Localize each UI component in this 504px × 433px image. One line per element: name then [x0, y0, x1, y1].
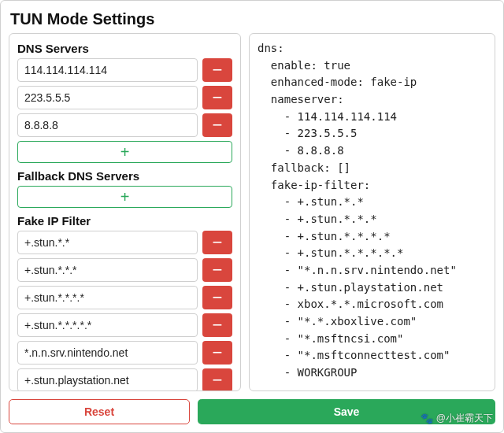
dns-server-input[interactable] — [17, 86, 198, 109]
add-fallback-dns-button[interactable]: + — [17, 186, 232, 208]
remove-button[interactable]: − — [202, 286, 232, 309]
yaml-preview[interactable]: dns: enable: true enhanced-mode: fake-ip… — [249, 33, 495, 391]
remove-button[interactable]: − — [202, 313, 232, 337]
minus-icon: − — [213, 261, 223, 279]
fake-ip-input[interactable] — [17, 368, 198, 391]
minus-icon: − — [213, 61, 223, 79]
fake-ip-input[interactable] — [17, 313, 198, 337]
page-title: TUN Mode Settings — [9, 7, 495, 33]
remove-button[interactable]: − — [202, 231, 232, 254]
fake-ip-input[interactable] — [17, 286, 198, 309]
fake-ip-row: − — [17, 368, 232, 391]
remove-button[interactable]: − — [202, 258, 232, 282]
remove-button[interactable]: − — [202, 113, 232, 137]
remove-button[interactable]: − — [202, 58, 232, 82]
fake-ip-row: − — [17, 231, 232, 254]
dns-server-row: − — [17, 58, 232, 82]
dns-servers-label: DNS Servers — [17, 42, 232, 55]
minus-icon: − — [213, 372, 223, 389]
settings-panel: TUN Mode Settings DNS Servers − − − + Fa… — [0, 0, 504, 433]
remove-button[interactable]: − — [202, 341, 232, 365]
minus-icon: − — [213, 89, 223, 106]
reset-button[interactable]: Reset — [9, 399, 190, 424]
dns-server-row: − — [17, 113, 232, 137]
form-column: DNS Servers − − − + Fallback DNS Servers… — [9, 33, 241, 391]
footer-buttons: Reset Save — [9, 399, 495, 424]
plus-icon: + — [120, 189, 130, 205]
minus-icon: − — [213, 344, 223, 361]
content-columns: DNS Servers − − − + Fallback DNS Servers… — [9, 33, 495, 391]
fake-ip-input[interactable] — [17, 341, 198, 365]
dns-server-row: − — [17, 86, 232, 109]
minus-icon: − — [213, 316, 223, 334]
save-button[interactable]: Save — [198, 399, 495, 424]
minus-icon: − — [213, 234, 223, 251]
plus-icon: + — [120, 144, 130, 160]
remove-button[interactable]: − — [202, 368, 232, 391]
minus-icon: − — [213, 289, 223, 306]
remove-button[interactable]: − — [202, 86, 232, 109]
fake-ip-input[interactable] — [17, 231, 198, 254]
add-dns-server-button[interactable]: + — [17, 141, 232, 163]
fake-ip-row: − — [17, 313, 232, 337]
dns-server-input[interactable] — [17, 113, 198, 137]
fake-ip-row: − — [17, 258, 232, 282]
fallback-dns-label: Fallback DNS Servers — [17, 169, 232, 183]
fake-ip-row: − — [17, 341, 232, 365]
dns-server-input[interactable] — [17, 58, 198, 82]
minus-icon: − — [213, 117, 223, 134]
fake-ip-row: − — [17, 286, 232, 309]
fake-ip-filter-label: Fake IP Filter — [17, 214, 232, 228]
fake-ip-input[interactable] — [17, 258, 198, 282]
yaml-text: dns: enable: true enhanced-mode: fake-ip… — [258, 40, 487, 382]
